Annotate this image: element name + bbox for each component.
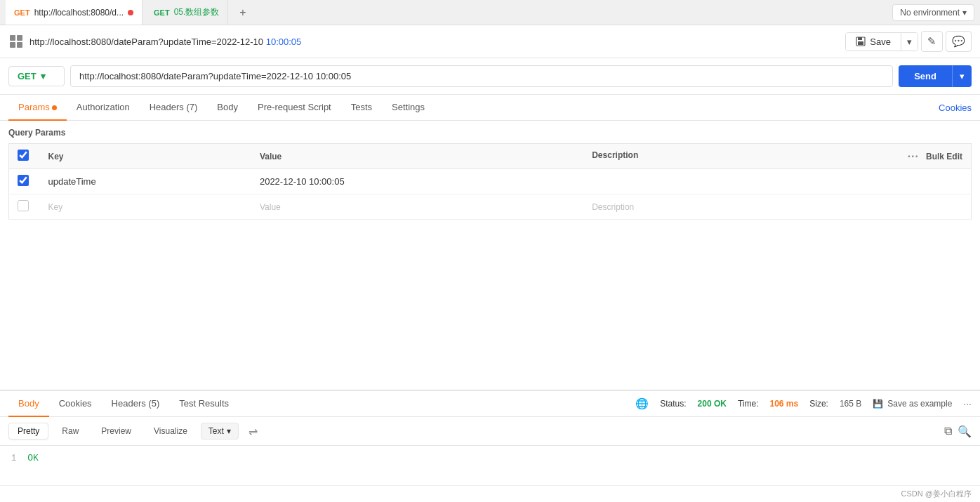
empty-row-checkbox[interactable] <box>18 200 29 211</box>
tab2-name: 05.数组参数 <box>174 6 220 18</box>
line-number-1: 1 <box>11 454 16 463</box>
save-example-label: Save as example <box>887 399 952 409</box>
url-input[interactable] <box>70 65 893 87</box>
th-more-icon[interactable]: ··· <box>908 150 919 163</box>
col-desc-label: Description <box>592 150 638 160</box>
environment-selector[interactable]: No environment ▾ <box>892 4 974 21</box>
tab-settings[interactable]: Settings <box>382 95 435 121</box>
param-row1-key[interactable]: updateTime <box>40 169 251 194</box>
address-url: http://localhost:8080/dateParam?updateTi… <box>29 37 840 47</box>
col-key-label: Key <box>48 152 64 161</box>
empty-value[interactable]: Value <box>251 194 583 220</box>
param-empty-row: Key Value Description <box>9 194 972 220</box>
param-row1-value[interactable]: 2022-12-10 10:00:05 <box>251 169 583 194</box>
tab1-dot <box>128 10 133 15</box>
tab-body-label: Body <box>217 102 238 112</box>
cookies-link[interactable]: Cookies <box>939 103 972 113</box>
tab1-method: GET <box>14 8 30 17</box>
env-label: No environment <box>900 8 960 18</box>
tab-tests-label: Tests <box>351 102 372 112</box>
tab-1[interactable]: GET http://localhost:8080/d... <box>6 0 143 25</box>
th-key: Key <box>40 144 251 169</box>
text-type-label: Text <box>208 426 224 436</box>
param-row1-desc[interactable] <box>583 169 971 194</box>
url-prefix: http://localhost:8080/dateParam?updateTi… <box>29 37 266 47</box>
size-value: 165 B <box>840 399 861 409</box>
globe-icon: 🌐 <box>635 397 649 410</box>
tab-headers-label: Headers (7) <box>150 102 198 112</box>
empty-desc[interactable]: Description <box>583 194 971 220</box>
save-example-button[interactable]: 💾 Save as example <box>873 399 952 409</box>
filter-icon[interactable]: ⇌ <box>249 425 258 438</box>
tab-authorization[interactable]: Authorization <box>67 95 140 121</box>
comment-button[interactable]: 💬 <box>946 31 972 52</box>
response-more-icon[interactable]: ··· <box>963 398 972 409</box>
tab-headers[interactable]: Headers (7) <box>140 95 208 121</box>
tab-body[interactable]: Body <box>207 95 248 121</box>
search-icon[interactable]: 🔍 <box>958 425 972 438</box>
tab2-method: GET <box>154 8 170 17</box>
format-visualize-button[interactable]: Visualize <box>145 423 197 440</box>
tab-2[interactable]: GET 05.数组参数 <box>145 0 228 25</box>
param-row1-checkbox[interactable] <box>18 175 29 186</box>
size-label: Size: <box>809 399 828 409</box>
tab-settings-label: Settings <box>392 102 425 112</box>
text-type-selector[interactable]: Text ▾ <box>201 423 239 440</box>
send-button[interactable]: Send <box>899 65 952 87</box>
bottom-tabs-bar: Body Cookies Headers (5) Test Results 🌐 … <box>0 391 980 417</box>
svg-rect-3 <box>17 42 22 48</box>
method-label: GET <box>18 71 37 81</box>
query-params-section: Query Params Key Value Description ··· B… <box>0 121 980 390</box>
save-icon: 💾 <box>873 399 883 409</box>
response-tab-headers[interactable]: Headers (5) <box>102 391 170 417</box>
response-tab-cookies[interactable]: Cookies <box>49 391 102 417</box>
text-type-chevron: ▾ <box>227 426 231 436</box>
tab-params[interactable]: Params <box>8 95 67 121</box>
empty-key[interactable]: Key <box>40 194 251 220</box>
response-tab-cookies-label: Cookies <box>59 398 92 409</box>
save-button[interactable]: Save <box>846 33 901 51</box>
response-tab-body[interactable]: Body <box>8 391 49 417</box>
copy-icon[interactable]: ⧉ <box>944 425 952 437</box>
save-dropdown-button[interactable]: ▾ <box>901 33 918 51</box>
bulk-edit-button[interactable]: Bulk Edit <box>926 152 962 161</box>
tab-params-label: Params <box>18 102 50 112</box>
code-line-1: OK <box>27 453 39 463</box>
format-raw-button[interactable]: Raw <box>53 423 88 440</box>
request-tabs-nav: Params Authorization Headers (7) Body Pr… <box>0 95 980 121</box>
param-row-1: updateTime 2022-12-10 10:00:05 <box>9 169 972 194</box>
method-chevron: ▾ <box>41 71 46 81</box>
method-selector[interactable]: GET ▾ <box>8 66 65 86</box>
status-value: 200 OK <box>698 399 727 409</box>
add-tab-button[interactable]: + <box>231 6 254 19</box>
status-label: Status: <box>660 399 686 409</box>
col-value-label: Value <box>260 152 282 161</box>
tab-auth-label: Authorization <box>77 102 130 112</box>
response-tab-testresults[interactable]: Test Results <box>169 391 239 417</box>
watermark: CSDN @姜小白程序 <box>0 485 980 502</box>
empty-row-checkbox-cell <box>9 194 40 220</box>
format-row: Pretty Raw Preview Visualize Text ▾ ⇌ ⧉ … <box>0 417 980 446</box>
edit-button[interactable]: ✎ <box>921 31 943 52</box>
env-chevron: ▾ <box>962 8 967 18</box>
th-value: Value <box>251 144 583 169</box>
tab1-url: http://localhost:8080/d... <box>34 8 124 18</box>
svg-rect-5 <box>858 37 862 40</box>
tab-prerequest[interactable]: Pre-request Script <box>248 95 341 121</box>
tab-tests[interactable]: Tests <box>341 95 382 121</box>
send-dropdown-button[interactable]: ▾ <box>952 65 972 87</box>
code-area: 1OK <box>0 446 980 485</box>
th-checkbox <box>9 144 40 169</box>
format-pretty-button[interactable]: Pretty <box>8 423 48 440</box>
svg-rect-2 <box>10 42 15 48</box>
svg-rect-1 <box>17 35 22 41</box>
svg-rect-6 <box>858 41 863 45</box>
format-preview-button[interactable]: Preview <box>92 423 140 440</box>
params-dot <box>52 105 57 110</box>
time-label: Time: <box>738 399 759 409</box>
select-all-checkbox[interactable] <box>18 150 29 161</box>
format-actions-right: ⧉ 🔍 <box>944 425 972 438</box>
save-label: Save <box>870 37 891 47</box>
send-btn-group: Send ▾ <box>899 65 972 87</box>
param-row1-checkbox-cell <box>9 169 40 194</box>
